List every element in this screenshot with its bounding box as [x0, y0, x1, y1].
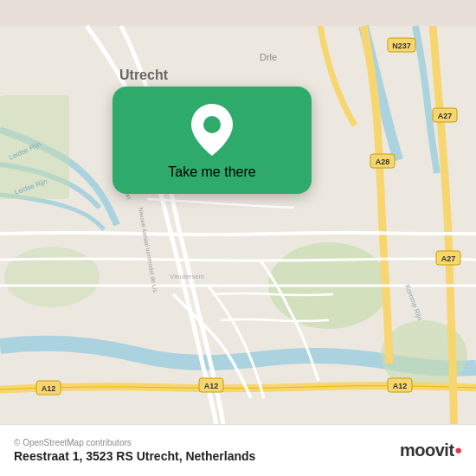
moovit-dot: • [455, 439, 462, 463]
copyright-text: © OpenStreetMap contributors [14, 438, 255, 447]
bottom-left-info: © OpenStreetMap contributors Reestraat 1… [14, 438, 255, 463]
location-pin-icon [191, 104, 233, 156]
svg-point-4 [4, 247, 100, 307]
map-container: A12 A12 A12 A28 A27 A27 N237 Utrecht Drl… [0, 0, 476, 476]
svg-text:A12: A12 [393, 382, 408, 390]
svg-text:A28: A28 [376, 158, 390, 166]
svg-text:Utrecht: Utrecht [119, 68, 169, 82]
svg-text:A12: A12 [42, 384, 56, 393]
svg-text:A12: A12 [204, 382, 219, 390]
moovit-logo-text: moovit [400, 441, 454, 460]
svg-point-27 [203, 116, 221, 133]
svg-text:A27: A27 [441, 254, 456, 263]
svg-text:Vleutersein: Vleutersein [170, 273, 204, 280]
map-background: A12 A12 A12 A28 A27 A27 N237 Utrecht Drl… [0, 0, 476, 476]
bottom-bar: © OpenStreetMap contributors Reestraat 1… [0, 424, 476, 476]
moovit-logo: moovit• [400, 439, 462, 463]
take-me-there-popup[interactable]: Take me there [113, 87, 312, 194]
svg-text:N237: N237 [392, 42, 411, 50]
address-text: Reestraat 1, 3523 RS Utrecht, Netherland… [14, 449, 255, 463]
take-me-there-label: Take me there [168, 164, 255, 180]
svg-text:Drle: Drle [260, 52, 277, 62]
svg-text:A27: A27 [438, 112, 453, 120]
